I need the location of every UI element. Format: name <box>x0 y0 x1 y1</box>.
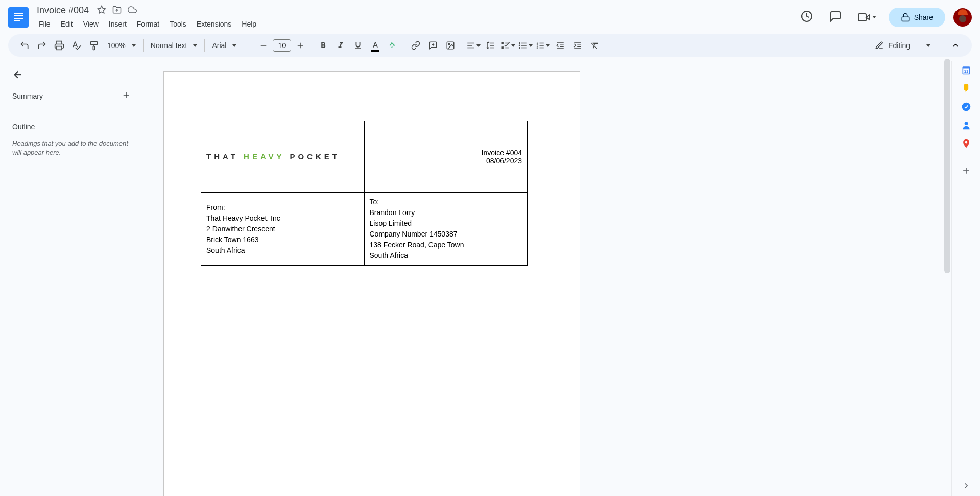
svg-rect-5 <box>57 46 62 50</box>
logo-cell[interactable]: THAT HEAVY POCKET <box>201 121 365 193</box>
meet-icon[interactable] <box>854 7 880 28</box>
print-button[interactable] <box>51 37 67 54</box>
history-icon[interactable] <box>797 6 817 29</box>
italic-button[interactable] <box>332 37 349 54</box>
docs-logo[interactable] <box>8 7 29 28</box>
svg-point-13 <box>449 43 450 44</box>
share-button[interactable]: Share <box>889 8 945 27</box>
style-select[interactable]: Normal text <box>147 38 202 53</box>
maps-icon[interactable] <box>961 138 971 149</box>
svg-rect-24 <box>503 47 504 49</box>
document-page[interactable]: THAT HEAVY POCKET Invoice #004 08/06/202… <box>163 71 580 496</box>
invoice-info-cell[interactable]: Invoice #004 08/06/2023 <box>364 121 528 193</box>
outline-label: Outline <box>12 123 131 131</box>
keep-icon[interactable] <box>961 83 971 93</box>
get-addons-button[interactable] <box>961 166 971 176</box>
zoom-value: 100% <box>107 41 126 50</box>
menu-edit[interactable]: Edit <box>57 18 77 30</box>
invoice-number: Invoice #004 <box>370 149 522 157</box>
insert-image-button[interactable] <box>442 37 459 54</box>
svg-point-28 <box>519 43 520 44</box>
logo-word-that: THAT <box>206 152 238 161</box>
menu-insert[interactable]: Insert <box>105 18 131 30</box>
spellcheck-button[interactable] <box>68 37 85 54</box>
underline-button[interactable] <box>350 37 366 54</box>
font-size-input[interactable] <box>273 39 291 52</box>
menu-file[interactable]: File <box>35 18 55 30</box>
line-spacing-button[interactable] <box>483 37 499 54</box>
increase-font-button[interactable] <box>292 37 308 54</box>
bold-button[interactable] <box>315 37 331 54</box>
svg-rect-6 <box>93 46 94 50</box>
cloud-status-icon[interactable] <box>128 5 137 16</box>
bulleted-list-button[interactable] <box>517 37 534 54</box>
hide-side-panel-button[interactable] <box>962 481 971 492</box>
menu-extensions[interactable]: Extensions <box>193 18 235 30</box>
undo-button[interactable] <box>16 37 33 54</box>
svg-rect-3 <box>858 14 866 21</box>
zoom-select[interactable]: 100% <box>103 38 140 53</box>
text-color-button[interactable] <box>367 37 384 54</box>
increase-indent-button[interactable] <box>569 37 586 54</box>
account-avatar[interactable] <box>953 8 972 27</box>
side-panel: 31 <box>951 61 980 496</box>
outline-panel: Summary Outline Headings that you add to… <box>0 61 143 496</box>
menu-view[interactable]: View <box>79 18 103 30</box>
clear-formatting-button[interactable] <box>587 37 603 54</box>
from-address1: 2 Danwither Crescent <box>206 224 359 234</box>
decrease-font-button[interactable] <box>255 37 272 54</box>
to-company: Lisop Limited <box>370 218 522 229</box>
numbered-list-button[interactable]: 123 <box>535 37 551 54</box>
paint-format-button[interactable] <box>86 37 102 54</box>
add-summary-button[interactable] <box>122 90 131 102</box>
invoice-table[interactable]: THAT HEAVY POCKET Invoice #004 08/06/202… <box>201 121 528 266</box>
svg-marker-2 <box>866 15 870 20</box>
logo-word-pocket: POCKET <box>290 152 341 161</box>
svg-point-29 <box>519 45 520 46</box>
scrollbar[interactable] <box>944 59 950 273</box>
logo-word-heavy: HEAVY <box>244 152 284 161</box>
svg-point-51 <box>962 103 970 111</box>
document-title[interactable]: Invoice #004 <box>35 4 91 17</box>
font-select[interactable]: Arial <box>208 38 249 53</box>
svg-text:3: 3 <box>537 46 538 49</box>
invoice-date: 08/06/2023 <box>370 157 522 165</box>
svg-rect-23 <box>503 42 504 44</box>
from-label: From: <box>206 202 359 213</box>
menu-bar: File Edit View Insert Format Tools Exten… <box>35 18 260 30</box>
calendar-icon[interactable]: 31 <box>961 65 971 75</box>
redo-button[interactable] <box>34 37 50 54</box>
style-value: Normal text <box>151 41 187 50</box>
contacts-icon[interactable] <box>961 120 971 130</box>
comments-icon[interactable] <box>825 6 846 29</box>
move-icon[interactable] <box>112 5 122 16</box>
menu-format[interactable]: Format <box>133 18 163 30</box>
menu-help[interactable]: Help <box>237 18 260 30</box>
close-outline-button[interactable] <box>12 69 131 82</box>
to-address: 138 Fecker Road, Cape Town <box>370 240 522 250</box>
from-cell[interactable]: From: That Heavy Pocket. Inc 2 Danwither… <box>201 193 365 266</box>
add-comment-button[interactable] <box>425 37 441 54</box>
star-icon[interactable] <box>97 5 106 16</box>
to-label: To: <box>370 197 522 207</box>
collapse-toolbar-button[interactable] <box>947 37 964 54</box>
editing-mode-select[interactable]: Editing <box>869 38 937 53</box>
svg-point-53 <box>965 141 967 143</box>
document-area[interactable]: THAT HEAVY POCKET Invoice #004 08/06/202… <box>143 61 951 496</box>
align-button[interactable] <box>465 37 482 54</box>
menu-tools[interactable]: Tools <box>165 18 190 30</box>
svg-rect-4 <box>902 17 909 21</box>
to-cell[interactable]: To: Brandon Lorry Lisop Limited Company … <box>364 193 528 266</box>
to-country: South Africa <box>370 250 522 261</box>
checklist-button[interactable] <box>500 37 516 54</box>
svg-text:31: 31 <box>964 69 968 74</box>
from-country: South Africa <box>206 245 359 256</box>
share-label: Share <box>914 13 933 21</box>
decrease-indent-button[interactable] <box>552 37 568 54</box>
tasks-icon[interactable] <box>961 102 971 112</box>
svg-point-52 <box>964 122 968 125</box>
from-address2: Brick Town 1663 <box>206 234 359 245</box>
summary-label: Summary <box>12 92 43 100</box>
insert-link-button[interactable] <box>408 37 424 54</box>
highlight-button[interactable] <box>385 37 401 54</box>
